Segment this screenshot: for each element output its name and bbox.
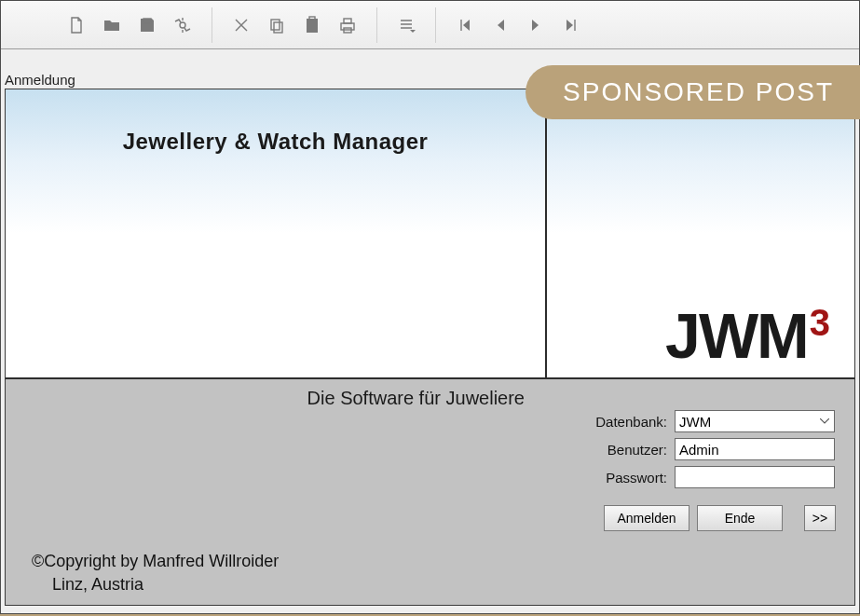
settings-icon[interactable] [165,7,200,43]
copyright-line1: ©Copyright by Manfred Willroider [32,550,279,572]
prev-icon[interactable] [483,7,518,43]
end-button[interactable]: Ende [697,505,783,531]
app-subtitle: Die Software für Juweliere [6,388,541,409]
svg-rect-7 [344,19,351,23]
app-logo: JWM 3 [665,299,830,372]
open-folder-icon[interactable] [94,7,130,43]
svg-point-1 [180,22,185,28]
user-input[interactable] [675,438,835,460]
toolbar [1,1,859,49]
more-button[interactable]: >> [804,505,836,531]
logo-superscript: 3 [810,302,830,344]
delete-icon[interactable] [224,7,259,43]
user-label: Benutzer: [583,442,675,458]
app-title: Jewellery & Watch Manager [6,129,545,155]
window-title: Anmeldung [5,72,75,88]
client-area: Anmeldung Jewellery & Watch Manager JWM … [1,49,859,613]
svg-rect-6 [341,23,354,30]
login-form: Datenbank: JWM Benutzer: Passwort: [583,410,838,494]
copy-icon[interactable] [259,7,294,43]
new-document-icon[interactable] [59,7,94,43]
sponsored-badge: SPONSORED POST [526,65,860,119]
button-row: Anmelden Ende >> [604,505,836,531]
password-input[interactable] [675,466,835,488]
first-icon[interactable] [447,7,483,43]
list-icon[interactable] [389,7,424,43]
password-label: Passwort: [583,470,675,486]
svg-rect-2 [271,20,280,30]
copyright-line2: Linz, Austria [32,573,279,595]
paste-icon[interactable] [294,7,330,43]
login-button[interactable]: Anmelden [604,505,689,531]
print-icon[interactable] [330,7,365,43]
divider-vertical [545,103,547,377]
database-label: Datenbank: [583,414,675,430]
logo-text: JWM [665,299,808,372]
next-icon[interactable] [518,7,553,43]
database-select[interactable]: JWM [675,410,835,432]
last-icon[interactable] [553,7,589,43]
save-icon[interactable] [130,7,165,43]
copyright: ©Copyright by Manfred Willroider Linz, A… [32,550,279,595]
header-panel: Jewellery & Watch Manager JWM 3 [6,89,854,379]
svg-rect-3 [274,22,282,33]
login-window: Jewellery & Watch Manager JWM 3 Die Soft… [5,89,855,606]
